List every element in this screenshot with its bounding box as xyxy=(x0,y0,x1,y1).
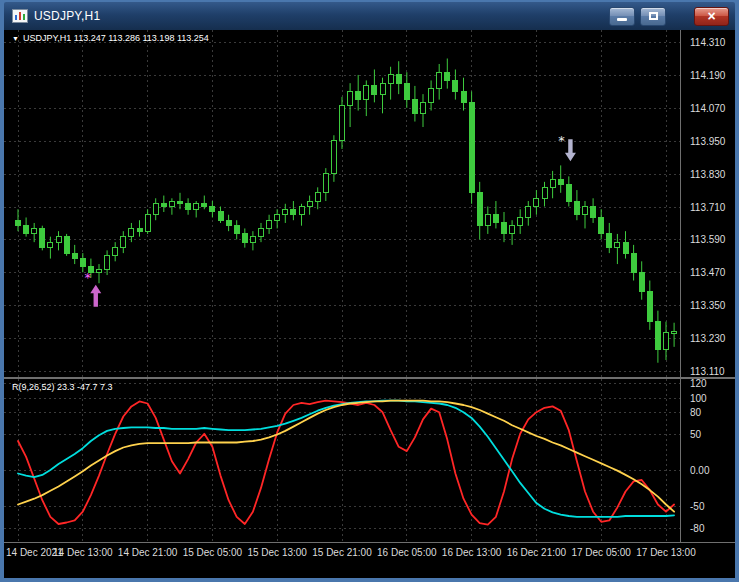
candle xyxy=(477,193,482,226)
time-axis[interactable]: 14 Dec 202114 Dec 13:0014 Dec 21:0015 De… xyxy=(4,543,735,578)
candle xyxy=(267,220,272,228)
chevron-down-icon[interactable]: ▼ xyxy=(12,34,19,43)
candle xyxy=(259,228,264,236)
main-chart-canvas[interactable]: ** xyxy=(4,30,680,377)
price-axis[interactable]: 114.310114.190114.070113.950113.830113.7… xyxy=(681,30,735,377)
candle xyxy=(64,237,69,253)
minimize-button[interactable] xyxy=(609,7,635,26)
indicator-axis-label: 100 xyxy=(690,392,707,403)
candle xyxy=(599,217,604,233)
price-axis-label: 114.070 xyxy=(690,102,725,113)
candle xyxy=(129,228,134,236)
chart-window-icon xyxy=(12,9,28,23)
candle xyxy=(161,204,166,207)
price-axis-label: 114.190 xyxy=(690,69,725,80)
candle xyxy=(631,253,636,272)
candle xyxy=(250,237,255,242)
time-axis-label: 15 Dec 21:00 xyxy=(312,547,372,558)
candle xyxy=(429,89,434,103)
candle xyxy=(380,83,385,94)
buy-arrow[interactable] xyxy=(90,285,101,307)
buy-star[interactable]: * xyxy=(84,270,91,285)
indicator-axis[interactable]: 12010080500.00-50-80 xyxy=(681,379,735,542)
titlebar[interactable]: USDJPY,H1 × xyxy=(4,2,735,30)
candle xyxy=(194,204,199,209)
price-axis-label: 114.310 xyxy=(690,37,725,48)
candle xyxy=(48,242,53,247)
sell-arrow[interactable] xyxy=(565,139,576,161)
candle xyxy=(412,100,417,114)
maximize-button[interactable] xyxy=(640,7,666,26)
maximize-icon xyxy=(649,12,658,20)
time-axis-label: 14 Dec 21:00 xyxy=(118,547,178,558)
close-button[interactable]: × xyxy=(694,7,729,26)
candle xyxy=(388,75,393,83)
price-axis-label: 113.590 xyxy=(690,234,725,245)
candle xyxy=(202,204,207,207)
candle xyxy=(137,228,142,231)
candle xyxy=(234,226,239,234)
price-axis-label: 113.110 xyxy=(690,365,725,376)
candle xyxy=(56,237,61,242)
candle xyxy=(323,174,328,193)
chart-content: ▼ USDJPY,H1 113.247 113.286 113.198 113.… xyxy=(4,30,735,578)
time-axis-label: 16 Dec 13:00 xyxy=(442,547,502,558)
candle xyxy=(283,209,288,214)
candle xyxy=(461,91,466,102)
candle xyxy=(348,91,353,105)
candle xyxy=(16,220,21,225)
candle xyxy=(615,242,620,247)
time-axis-label: 15 Dec 05:00 xyxy=(183,547,243,558)
candle xyxy=(226,220,231,225)
candle xyxy=(485,215,490,226)
candle xyxy=(210,207,215,212)
candle xyxy=(113,248,118,256)
price-axis-label: 113.710 xyxy=(690,201,725,212)
time-axis-label: 16 Dec 05:00 xyxy=(377,547,437,558)
symbol-ohlc-text: USDJPY,H1 113.247 113.286 113.198 113.25… xyxy=(23,33,209,43)
sell-star[interactable]: * xyxy=(558,133,565,148)
candle xyxy=(372,86,377,94)
candle xyxy=(639,272,644,291)
candle xyxy=(275,215,280,220)
candle xyxy=(80,259,85,267)
window-controls: × xyxy=(604,7,729,26)
candle xyxy=(105,256,110,270)
candle xyxy=(153,204,158,215)
close-icon: × xyxy=(707,9,715,23)
candle xyxy=(655,322,660,349)
candlestick-series xyxy=(16,59,677,363)
price-axis-label: 113.830 xyxy=(690,168,725,179)
price-axis-label: 113.470 xyxy=(690,267,725,278)
candle xyxy=(550,179,555,187)
minimize-icon xyxy=(617,18,627,21)
candle xyxy=(672,332,677,334)
candle xyxy=(558,179,563,184)
candle xyxy=(121,237,126,248)
candle xyxy=(307,201,312,206)
price-axis-label: 113.950 xyxy=(690,135,725,146)
candle xyxy=(437,72,442,88)
candle xyxy=(453,80,458,91)
candle xyxy=(72,253,77,258)
candle xyxy=(356,91,361,99)
candle xyxy=(566,185,571,201)
candle xyxy=(178,201,183,204)
candle xyxy=(510,226,515,234)
candle xyxy=(574,201,579,215)
time-axis-label: 16 Dec 21:00 xyxy=(507,547,567,558)
candle xyxy=(493,215,498,223)
candle xyxy=(315,193,320,201)
time-axis-label: 17 Dec 05:00 xyxy=(571,547,631,558)
candle xyxy=(583,207,588,215)
candle xyxy=(647,291,652,321)
time-axis-label: 15 Dec 13:00 xyxy=(247,547,307,558)
chart-ohlc-label: ▼ USDJPY,H1 113.247 113.286 113.198 113.… xyxy=(12,33,209,43)
candle xyxy=(502,223,507,234)
candle xyxy=(664,333,669,349)
candle xyxy=(518,217,523,225)
price-axis-label: 113.230 xyxy=(690,333,725,344)
indicator-canvas[interactable] xyxy=(4,379,680,542)
mt4-chart-window: USDJPY,H1 × ▼ USDJPY,H1 113.247 113.286 … xyxy=(0,0,739,582)
candle xyxy=(404,83,409,99)
